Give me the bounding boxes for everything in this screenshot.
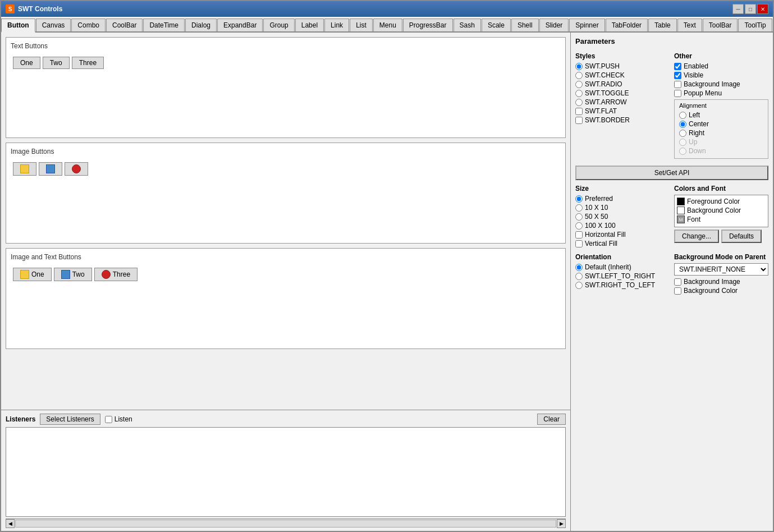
size-100x100-label: 100 X 100 bbox=[585, 222, 616, 230]
other-title: Other bbox=[674, 52, 768, 60]
left-panel: Text Buttons One Two Three Image Buttons bbox=[1, 33, 571, 531]
text-btn-two[interactable]: Two bbox=[43, 57, 70, 69]
style-border-check[interactable] bbox=[575, 117, 583, 124]
size-50x50-label: 50 X 50 bbox=[585, 213, 608, 221]
set-get-api-button[interactable]: Set/Get API bbox=[575, 166, 768, 180]
image-btn-stop[interactable] bbox=[65, 162, 88, 176]
orient-default-radio[interactable] bbox=[575, 264, 583, 271]
orient-ltr: SWT.LEFT_TO_RIGHT bbox=[575, 272, 670, 280]
change-button[interactable]: Change... bbox=[674, 230, 719, 243]
colors-font-title: Colors and Font bbox=[674, 185, 768, 192]
bg-mode-select[interactable]: SWT.INHERIT_NONE SWT.INHERIT_DEFAULT SWT… bbox=[674, 263, 768, 276]
style-push-radio[interactable] bbox=[575, 63, 583, 70]
tab-toolbar[interactable]: ToolBar bbox=[703, 19, 738, 31]
style-flat-check[interactable] bbox=[575, 108, 583, 115]
bg-mode-group: Background Mode on Parent SWT.INHERIT_NO… bbox=[674, 253, 768, 296]
styles-other-section: Styles SWT.PUSH SWT.CHECK SWT.RADIO bbox=[575, 52, 768, 159]
minimize-button[interactable]: ─ bbox=[732, 4, 744, 14]
bg-color-item: Background Color bbox=[677, 207, 766, 214]
tab-slider[interactable]: Slider bbox=[539, 19, 569, 31]
image-text-btn-two[interactable]: Two bbox=[54, 268, 92, 281]
align-center-radio[interactable] bbox=[679, 121, 686, 128]
tab-link[interactable]: Link bbox=[324, 19, 349, 31]
tab-dialog[interactable]: Dialog bbox=[185, 19, 217, 31]
align-right-radio[interactable] bbox=[679, 130, 686, 137]
style-check-radio[interactable] bbox=[575, 72, 583, 79]
align-up: Up bbox=[679, 138, 763, 146]
listeners-header: Listeners Select Listeners Listen Clear bbox=[6, 414, 566, 425]
save-icon bbox=[46, 164, 55, 173]
bg-image-check[interactable] bbox=[674, 81, 681, 88]
main-window: S SWT Controls ─ □ ✕ ButtonCanvasComboCo… bbox=[0, 0, 774, 532]
tab-coolbar[interactable]: CoolBar bbox=[106, 19, 143, 31]
image-buttons-row bbox=[11, 160, 561, 178]
text-buttons-label: Text Buttons bbox=[11, 42, 561, 50]
style-radio-radio[interactable] bbox=[575, 81, 583, 88]
tab-sash[interactable]: Sash bbox=[454, 19, 481, 31]
listeners-log[interactable] bbox=[6, 427, 566, 517]
size-50x50: 50 X 50 bbox=[575, 213, 670, 221]
align-center: Center bbox=[679, 120, 763, 128]
tab-expandbar[interactable]: ExpandBar bbox=[217, 19, 263, 31]
size-100x100-radio[interactable] bbox=[575, 222, 583, 230]
font-label: Font bbox=[687, 215, 700, 223]
style-arrow-radio[interactable] bbox=[575, 99, 583, 106]
bg-color-label: Background Color bbox=[687, 207, 741, 214]
tab-tabfolder[interactable]: TabFolder bbox=[606, 19, 648, 31]
align-left-radio[interactable] bbox=[679, 112, 686, 119]
orient-rtl: SWT.RIGHT_TO_LEFT bbox=[575, 281, 670, 289]
tab-text[interactable]: Text bbox=[677, 19, 702, 31]
horiz-fill-label: Horizontal Fill bbox=[585, 231, 626, 239]
tab-datetime[interactable]: DateTime bbox=[143, 19, 185, 31]
tab-combo[interactable]: Combo bbox=[71, 19, 106, 31]
defaults-button[interactable]: Defaults bbox=[721, 230, 762, 243]
bg-mode-bg-color-check[interactable] bbox=[674, 287, 681, 295]
image-text-buttons-row: One Two Three bbox=[11, 265, 561, 283]
tab-label[interactable]: Label bbox=[295, 19, 324, 31]
enabled-check[interactable] bbox=[674, 63, 681, 70]
scroll-left-button[interactable]: ◀ bbox=[6, 519, 15, 528]
tab-menu[interactable]: Menu bbox=[373, 19, 402, 31]
vert-fill-check[interactable] bbox=[575, 240, 583, 247]
scroll-right-button[interactable]: ▶ bbox=[557, 519, 566, 528]
other-popup-menu: Popup Menu bbox=[674, 89, 768, 97]
tab-group[interactable]: Group bbox=[263, 19, 294, 31]
text-btn-three[interactable]: Three bbox=[72, 57, 104, 69]
other-group: Other Enabled Visible Background Image bbox=[674, 52, 768, 159]
tab-list[interactable]: List bbox=[350, 19, 373, 31]
listen-label[interactable]: Listen bbox=[115, 415, 132, 423]
orient-rtl-radio[interactable] bbox=[575, 282, 583, 289]
tab-shell[interactable]: Shell bbox=[511, 19, 539, 31]
text-btn-one[interactable]: One bbox=[13, 57, 40, 69]
tab-spinner[interactable]: Spinner bbox=[569, 19, 604, 31]
orient-ltr-radio[interactable] bbox=[575, 273, 583, 280]
tab-table[interactable]: Table bbox=[648, 19, 677, 31]
orientation-bgmode-section: Orientation Default (Inherit) SWT.LEFT_T… bbox=[575, 253, 768, 296]
tab-progressbar[interactable]: ProgressBar bbox=[403, 19, 453, 31]
tab-canvas[interactable]: Canvas bbox=[36, 19, 71, 31]
tab-tooltip[interactable]: ToolTip bbox=[738, 19, 772, 31]
image-btn-save[interactable] bbox=[39, 162, 62, 176]
tab-scale[interactable]: Scale bbox=[482, 19, 511, 31]
select-listeners-button[interactable]: Select Listeners bbox=[40, 414, 100, 425]
clear-button[interactable]: Clear bbox=[537, 414, 566, 425]
bg-mode-bg-image-check[interactable] bbox=[674, 278, 681, 286]
horiz-fill-check[interactable] bbox=[575, 231, 583, 239]
window-icon: S bbox=[6, 4, 15, 13]
visible-check[interactable] bbox=[674, 72, 681, 79]
size-preferred-radio[interactable] bbox=[575, 195, 583, 203]
close-button[interactable]: ✕ bbox=[757, 4, 768, 14]
tab-button[interactable]: Button bbox=[1, 19, 35, 33]
maximize-button[interactable]: □ bbox=[745, 4, 756, 14]
style-toggle-radio[interactable] bbox=[575, 90, 583, 97]
popup-menu-check[interactable] bbox=[674, 90, 681, 97]
align-down-radio[interactable] bbox=[679, 148, 686, 155]
image-text-btn-one[interactable]: One bbox=[13, 268, 52, 281]
size-50x50-radio[interactable] bbox=[575, 213, 583, 221]
align-up-radio[interactable] bbox=[679, 139, 686, 146]
image-btn-folder[interactable] bbox=[13, 162, 36, 176]
listen-checkbox[interactable] bbox=[105, 416, 112, 423]
scroll-track[interactable] bbox=[15, 520, 556, 528]
image-text-btn-three[interactable]: Three bbox=[94, 268, 138, 281]
size-10x10-radio[interactable] bbox=[575, 204, 583, 212]
